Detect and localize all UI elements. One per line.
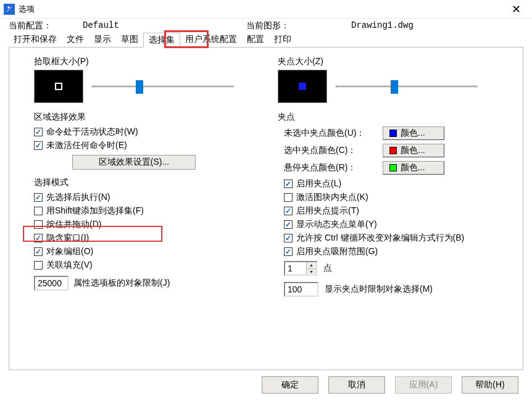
chk-enable-grips[interactable] [284,180,293,188]
grip-snap-range-input[interactable] [285,262,306,275]
chk-dyn-grip-menu-label: 显示动态夹点菜单(Y) [296,219,377,230]
property-limit-input[interactable] [34,276,69,291]
chk-ctrl-cycle-label: 允许按 Ctrl 键循环改变对象编辑方式行为(B) [296,233,464,244]
chk-object-group-label: 对象编组(O) [46,246,93,257]
show-grips-limit-label: 显示夹点时限制对象选择(M) [325,284,433,295]
hover-grip-color-button[interactable]: 颜色... [383,161,444,175]
pickbox-size-label: 拾取框大小(P) [34,56,260,67]
chk-noun-verb[interactable] [34,193,43,202]
current-drawing-value: Drawing1.dwg [351,20,414,31]
current-config-label: 当前配置： [9,20,83,31]
chk-shift-add[interactable] [34,207,43,215]
grips-label: 夹点 [278,112,517,123]
hover-grip-color-label: 悬停夹点颜色(R)： [284,162,383,173]
chk-grip-tips[interactable] [284,207,293,215]
tab-config[interactable]: 配置 [242,33,269,48]
spinner-up-icon[interactable]: ▲ [306,262,316,269]
chk-block-grips-label: 激活图块内夹点(K) [296,192,368,203]
select-mode-label: 选择模式 [34,177,260,188]
show-grips-limit-input[interactable] [284,282,318,297]
chk-enable-grips-label: 启用夹点(L) [296,178,341,189]
grip-snap-range-unit: 点 [323,263,332,274]
tab-selection[interactable]: 选择集 [143,33,180,48]
tab-user-sys[interactable]: 用户系统配置 [180,33,242,48]
tab-sketch[interactable]: 草图 [116,33,143,48]
tab-file[interactable]: 文件 [62,33,89,48]
tab-display[interactable]: 显示 [89,33,116,48]
selected-color-swatch [389,147,397,154]
chk-ctrl-cycle[interactable] [284,234,293,242]
tab-print[interactable]: 打印 [269,33,296,48]
chk-dyn-grip-menu[interactable] [284,220,293,229]
unselected-grip-color-button[interactable]: 颜色... [383,126,444,140]
selected-grip-color-button[interactable]: 颜色... [383,144,444,157]
help-button[interactable]: 帮助(H) [462,376,518,394]
app-icon [4,4,15,15]
chk-noun-verb-label: 先选择后执行(N) [46,192,110,203]
chk-implied-window[interactable] [34,234,43,242]
chk-assoc-hatch[interactable] [34,261,43,270]
grip-square-icon [299,83,306,90]
chk-shift-add-label: 用Shift键添加到选择集(F) [46,205,144,217]
current-config-value: Default [83,20,246,31]
grip-size-label: 夹点大小(Z) [278,56,517,67]
close-icon[interactable]: ✕ [504,2,528,16]
grip-snap-range-spinner[interactable]: ▲ ▼ [284,261,317,276]
grip-size-slider[interactable] [336,86,478,88]
chk-assoc-hatch-label: 关联填充(V) [46,260,93,271]
pickbox-slider-thumb[interactable] [136,80,143,94]
pickbox-preview [34,70,83,103]
chk-object-group[interactable] [34,247,43,256]
chk-active-command-label: 命令处于活动状态时(W) [46,126,138,138]
current-drawing-label: 当前图形： [246,20,351,31]
chk-press-drag[interactable] [34,220,43,229]
chk-active-command[interactable] [34,128,43,136]
apply-button[interactable]: 应用(A) [395,376,452,394]
property-limit-label: 属性选项板的对象限制(J) [73,278,170,289]
region-effect-label: 区域选择效果 [34,112,260,123]
chk-grip-tips-label: 启用夹点提示(T) [296,205,359,217]
region-effect-settings-button[interactable]: 区域效果设置(S)... [72,155,196,170]
color-btn-text: 颜色... [401,162,425,173]
chk-implied-window-label: 隐含窗口(I) [46,233,89,244]
chk-grip-snap[interactable] [284,247,293,256]
grip-slider-thumb[interactable] [391,80,398,94]
color-btn-text: 颜色... [401,128,425,139]
cancel-button[interactable]: 取消 [328,376,385,394]
pickbox-size-slider[interactable] [92,86,234,88]
chk-grip-snap-label: 启用夹点吸附范围(G) [296,246,378,257]
spinner-down-icon[interactable]: ▼ [306,269,316,275]
selected-grip-color-label: 选中夹点颜色(C)： [284,145,383,156]
color-btn-text: 颜色... [401,145,425,156]
chk-block-grips[interactable] [284,193,293,202]
chk-no-active-command[interactable] [34,141,43,150]
grip-preview [278,70,327,103]
chk-press-drag-label: 按住并拖动(D) [46,219,101,230]
unselected-color-swatch [389,130,397,137]
pickbox-square-icon [55,83,62,90]
ok-button[interactable]: 确定 [262,376,318,394]
window-title: 选项 [19,4,504,15]
unselected-grip-color-label: 未选中夹点颜色(U)： [284,128,383,139]
tab-open-save[interactable]: 打开和保存 [9,33,62,48]
chk-no-active-command-label: 未激活任何命令时(E) [46,140,127,151]
hover-color-swatch [389,164,397,172]
